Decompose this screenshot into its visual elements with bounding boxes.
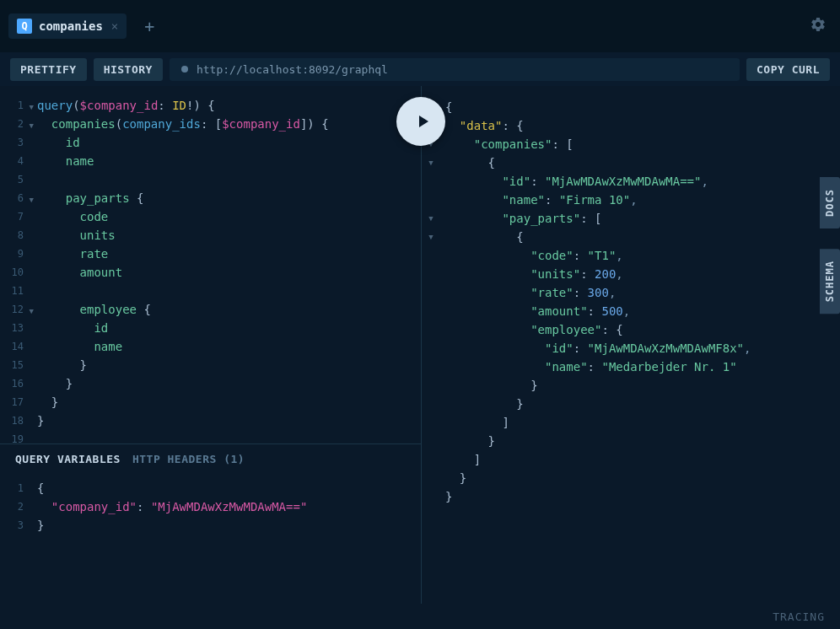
code-line: 3} (0, 516, 421, 535)
code-line: 17 } (0, 393, 421, 411)
result-line: ▼ { (425, 228, 840, 246)
result-line: ] (425, 450, 840, 469)
side-handles: DOCS SCHEMA (820, 177, 840, 314)
prettify-button[interactable]: PRETTIFY (10, 58, 87, 81)
result-pane[interactable]: ▼{▼ "data": {▼ "companies": [▼ { "id": "… (422, 86, 840, 604)
code-line: 1{ (0, 479, 421, 497)
code-line: 2▼ companies(company_ids: [$company_id])… (0, 115, 421, 133)
tab-http-headers[interactable]: HTTP HEADERS (1) (132, 453, 245, 465)
result-line: "units": 200, (425, 265, 840, 283)
code-line: 13 id (0, 319, 421, 337)
code-line: 3 id (0, 133, 421, 152)
play-icon (412, 111, 433, 132)
run-button[interactable] (396, 97, 445, 146)
code-line: 14 name (0, 337, 421, 356)
code-line: 15 } (0, 356, 421, 374)
result-line: "amount": 500, (425, 302, 840, 320)
result-line: ▼{ (425, 98, 840, 116)
result-line: ] (425, 413, 840, 432)
result-line: } (425, 469, 840, 487)
result-line: ▼ "companies": [ (425, 135, 840, 153)
tab-bar: Q companies × + (0, 0, 840, 52)
history-button[interactable]: HISTORY (94, 58, 163, 81)
query-editor[interactable]: 1▼query($company_id: ID!) {2▼ companies(… (0, 86, 421, 444)
status-dot-icon (181, 66, 188, 73)
schema-handle[interactable]: SCHEMA (820, 249, 840, 314)
result-line: } (425, 376, 840, 395)
close-icon[interactable]: × (111, 19, 118, 33)
tab-companies[interactable]: Q companies × (8, 13, 127, 39)
code-line: 18} (0, 411, 421, 430)
result-line: ▼ { (425, 153, 840, 172)
result-line: "id": "MjAwMDAwXzMwMDAwMA==", (425, 172, 840, 191)
tab-query-variables[interactable]: QUERY VARIABLES (15, 453, 121, 465)
code-line: 10 amount (0, 263, 421, 282)
result-line: ▼ "pay_parts": [ (425, 209, 840, 228)
code-line: 8 units (0, 226, 421, 245)
result-line: "code": "T1", (425, 246, 840, 265)
endpoint-url: http://localhost:8092/graphql (197, 63, 388, 76)
endpoint-input[interactable]: http://localhost:8092/graphql (170, 58, 740, 81)
result-line: "employee": { (425, 320, 840, 339)
query-badge-icon: Q (17, 19, 32, 34)
result-line: } (425, 395, 840, 413)
result-line: } (425, 432, 840, 450)
code-line: 4 name (0, 152, 421, 170)
code-line: 7 code (0, 207, 421, 226)
code-line: 2 "company_id": "MjAwMDAwXzMwMDAwMA==" (0, 497, 421, 516)
variables-editor[interactable]: 1{2 "company_id": "MjAwMDAwXzMwMDAwMA=="… (0, 474, 421, 540)
result-line: } (425, 487, 840, 506)
code-line: 5 (0, 170, 421, 189)
code-line: 16 } (0, 374, 421, 393)
toolbar: PRETTIFY HISTORY http://localhost:8092/g… (0, 52, 840, 86)
code-line: 1▼query($company_id: ID!) { (0, 96, 421, 115)
result-line: "id": "MjAwMDAwXzMwMDAwMF8x", (425, 339, 840, 358)
docs-handle[interactable]: DOCS (820, 177, 840, 228)
variables-pane: QUERY VARIABLES HTTP HEADERS (1) 1{2 "co… (0, 444, 421, 604)
tracing-button[interactable]: TRACING (773, 610, 825, 623)
code-line: 19 (0, 430, 421, 444)
add-tab-button[interactable]: + (137, 13, 162, 39)
code-line: 12▼ employee { (0, 300, 421, 319)
copy-curl-button[interactable]: COPY CURL (746, 58, 830, 81)
variables-tabs: QUERY VARIABLES HTTP HEADERS (1) (0, 444, 421, 474)
result-line: "name": "Medarbejder Nr. 1" (425, 358, 840, 376)
gear-icon[interactable] (810, 16, 827, 37)
main-area: 1▼query($company_id: ID!) {2▼ companies(… (0, 86, 840, 604)
left-pane: 1▼query($company_id: ID!) {2▼ companies(… (0, 86, 422, 604)
code-line: 9 rate (0, 245, 421, 263)
tab-title: companies (39, 19, 103, 33)
footer: TRACING (0, 604, 840, 629)
result-line: "name": "Firma 10", (425, 191, 840, 209)
code-line: 11 (0, 282, 421, 300)
code-line: 6▼ pay_parts { (0, 189, 421, 207)
result-line: ▼ "data": { (425, 116, 840, 135)
result-line: "rate": 300, (425, 283, 840, 302)
